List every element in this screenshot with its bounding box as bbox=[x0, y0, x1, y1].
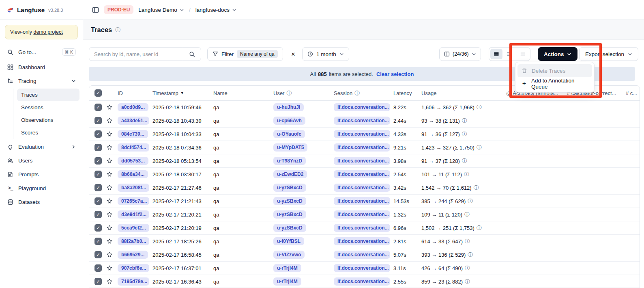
row-checkbox[interactable]: ✓ bbox=[94, 251, 102, 258]
user-badge[interactable]: u-yzSBxcD bbox=[273, 210, 306, 219]
table-row[interactable]: ✓d3e9d1f2...2025-02-17 21:20:21qau-yzSBx… bbox=[89, 208, 640, 221]
star-icon[interactable] bbox=[106, 251, 113, 258]
header-id[interactable]: ID bbox=[116, 90, 151, 96]
table-row[interactable]: ✓88f2a7b0...2025-02-17 18:25:26qau-f0YfB… bbox=[89, 235, 640, 248]
star-icon[interactable] bbox=[106, 104, 113, 110]
session-badge[interactable]: lf.docs.conversation... bbox=[334, 170, 390, 178]
star-icon[interactable] bbox=[106, 225, 113, 231]
info-icon[interactable]: ⓘ bbox=[464, 211, 470, 218]
trace-id-badge[interactable]: a433de51... bbox=[118, 117, 149, 125]
actions-button[interactable]: Actions bbox=[538, 47, 577, 61]
header-user[interactable]: Userⓘ bbox=[272, 90, 332, 96]
header-session[interactable]: Sessionⓘ bbox=[332, 90, 392, 96]
goto-button[interactable]: Go to... ⌘ K bbox=[3, 45, 79, 59]
info-icon[interactable]: ⓘ bbox=[462, 158, 467, 165]
star-icon[interactable] bbox=[106, 144, 113, 151]
row-checkbox[interactable]: ✓ bbox=[94, 238, 102, 245]
row-height-medium-button[interactable] bbox=[503, 49, 515, 59]
filter-button[interactable]: Filter Name any of qa bbox=[207, 47, 283, 61]
star-icon[interactable] bbox=[106, 198, 113, 204]
user-badge[interactable]: u-VIZzvwo bbox=[273, 251, 305, 259]
trace-id-badge[interactable]: ba8a208f... bbox=[118, 184, 149, 192]
info-icon[interactable]: ⓘ bbox=[477, 144, 482, 151]
trace-id-badge[interactable]: 88f2a7b0... bbox=[118, 237, 149, 245]
table-row[interactable]: ✓07265c7a...2025-02-17 21:21:43qau-yzSBx… bbox=[89, 195, 640, 208]
session-badge[interactable]: lf.docs.conversation... bbox=[334, 264, 390, 272]
trace-id-badge[interactable]: 8dcf4574... bbox=[118, 143, 149, 152]
session-badge[interactable]: lf.docs.conversation... bbox=[334, 143, 390, 152]
row-height-large-button[interactable] bbox=[517, 49, 529, 59]
table-row[interactable]: ✓8dcf4574...2025-02-18 07:34:36qau-MYpDA… bbox=[89, 141, 640, 154]
info-icon[interactable]: ⓘ bbox=[477, 104, 482, 111]
user-badge[interactable]: u-f0YfBSL bbox=[273, 237, 304, 245]
user-badge[interactable]: u-yzSBxcD bbox=[273, 224, 306, 232]
session-badge[interactable]: lf.docs.conversation... bbox=[334, 224, 390, 232]
star-icon[interactable] bbox=[106, 117, 113, 124]
row-checkbox[interactable]: ✓ bbox=[94, 171, 102, 178]
sidebar-item-playground[interactable]: >_ Playground bbox=[3, 181, 79, 195]
column-visibility-button[interactable]: (24/36) bbox=[439, 47, 481, 61]
row-checkbox[interactable]: ✓ bbox=[94, 117, 102, 124]
search-input[interactable] bbox=[89, 51, 183, 57]
row-checkbox[interactable]: ✓ bbox=[94, 211, 102, 218]
sidebar-toggle-icon[interactable] bbox=[92, 6, 99, 13]
sidebar-item-traces[interactable]: Traces bbox=[17, 89, 79, 101]
session-badge[interactable]: lf.docs.conversation... bbox=[334, 184, 390, 192]
table-row[interactable]: ✓5cca9cf2...2025-02-17 21:20:19qau-yzSBx… bbox=[89, 221, 640, 235]
sidebar-item-users[interactable]: Users bbox=[3, 154, 79, 167]
info-icon[interactable]: ⓘ bbox=[462, 117, 467, 124]
info-icon[interactable]: ⓘ bbox=[465, 238, 470, 245]
info-icon[interactable]: ⓘ bbox=[115, 27, 120, 32]
export-selection-button[interactable]: Export selection bbox=[579, 47, 638, 61]
search-submit-icon[interactable] bbox=[183, 48, 201, 61]
row-checkbox[interactable]: ✓ bbox=[94, 264, 102, 272]
row-checkbox[interactable]: ✓ bbox=[94, 224, 102, 232]
user-badge[interactable]: u-rTrjI4M bbox=[273, 277, 301, 286]
trace-id-badge[interactable]: 7195d78e... bbox=[118, 277, 149, 286]
sidebar-item-datasets[interactable]: Datasets bbox=[3, 195, 79, 209]
info-icon[interactable]: ⓘ bbox=[468, 198, 473, 205]
trace-id-badge[interactable]: 07265c7a... bbox=[118, 197, 149, 205]
session-badge[interactable]: lf.docs.conversation... bbox=[334, 157, 390, 165]
row-height-small-button[interactable] bbox=[490, 49, 502, 59]
info-icon[interactable]: ⓘ bbox=[477, 225, 482, 232]
session-badge[interactable]: lf.docs.conversation... bbox=[334, 103, 390, 111]
trace-id-badge[interactable]: dd05753... bbox=[118, 157, 148, 165]
session-badge[interactable]: lf.docs.conversation... bbox=[334, 210, 390, 219]
session-badge[interactable]: lf.docs.conversation... bbox=[334, 130, 390, 138]
clear-filter-button[interactable]: ✕ bbox=[288, 47, 298, 61]
row-checkbox[interactable]: ✓ bbox=[94, 278, 102, 285]
sidebar-item-scores[interactable]: Scores bbox=[17, 126, 79, 139]
trace-id-badge[interactable]: b669529... bbox=[118, 251, 148, 259]
star-icon[interactable] bbox=[106, 238, 113, 245]
user-badge[interactable]: u-zEwdED2 bbox=[273, 170, 307, 178]
user-badge[interactable]: u-MYpDAT5 bbox=[273, 143, 307, 152]
star-icon[interactable] bbox=[106, 184, 113, 191]
header-name[interactable]: Name bbox=[212, 90, 272, 96]
user-badge[interactable]: u-cp66Avh bbox=[273, 117, 305, 125]
row-checkbox[interactable]: ✓ bbox=[94, 104, 102, 111]
info-icon[interactable]: ⓘ bbox=[474, 184, 479, 191]
trace-id-badge[interactable]: a0cd0d9... bbox=[118, 103, 148, 111]
header-timestamp[interactable]: Timestamp▼ bbox=[151, 90, 212, 96]
table-row[interactable]: ✓7195d78e...2025-02-17 16:36:43qau-rTrjI… bbox=[89, 275, 640, 288]
row-checkbox[interactable]: ✓ bbox=[94, 144, 102, 151]
sidebar-item-prompts[interactable]: Prompts bbox=[3, 167, 79, 181]
session-badge[interactable]: lf.docs.conversation... bbox=[334, 237, 390, 245]
session-badge[interactable]: lf.docs.conversation... bbox=[334, 117, 390, 125]
user-badge[interactable]: u-OYauofc bbox=[273, 130, 305, 138]
trace-id-badge[interactable]: 5cca9cf2... bbox=[118, 224, 149, 232]
trace-id-badge[interactable]: 8b66a34... bbox=[118, 170, 148, 178]
star-icon[interactable] bbox=[106, 171, 113, 178]
sidebar-item-tracing[interactable]: Tracing bbox=[3, 74, 79, 88]
row-checkbox[interactable]: ✓ bbox=[94, 184, 102, 191]
trace-id-badge[interactable]: 907cbf6e... bbox=[118, 264, 149, 272]
info-icon[interactable]: ⓘ bbox=[465, 265, 470, 272]
info-icon[interactable]: ⓘ bbox=[464, 171, 469, 178]
row-checkbox[interactable]: ✓ bbox=[94, 130, 102, 138]
menu-item-add-to-annotation-queue[interactable]: + Add to Annotation Queue bbox=[517, 77, 592, 90]
session-badge[interactable]: lf.docs.conversation... bbox=[334, 277, 390, 286]
select-all-checkbox[interactable]: ✓ bbox=[94, 89, 102, 97]
sidebar-item-evaluation[interactable]: Evaluation bbox=[3, 140, 79, 154]
star-icon[interactable] bbox=[106, 211, 113, 218]
